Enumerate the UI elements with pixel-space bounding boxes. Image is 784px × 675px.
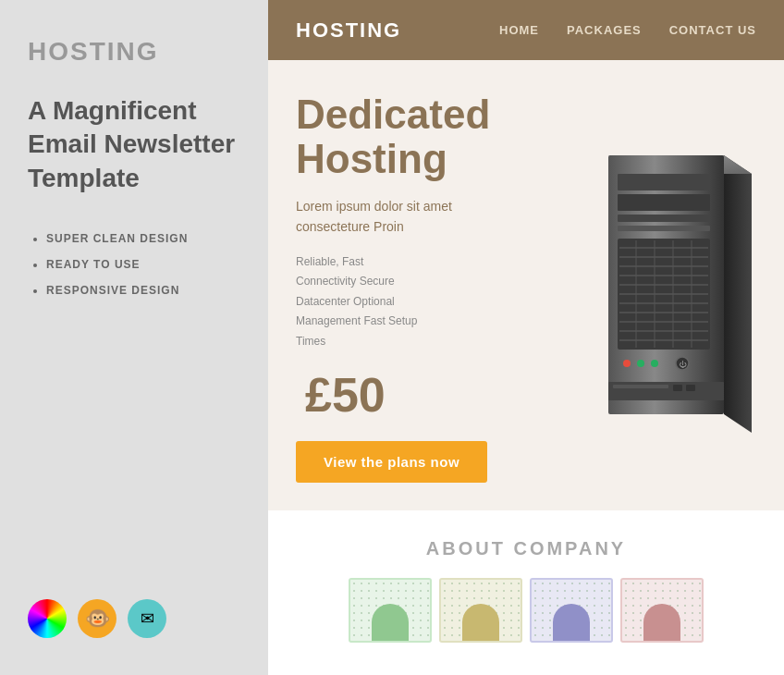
about-title: ABOUT COMPANY [296, 538, 756, 559]
navbar: HOSTING HOME PACKAGES CONTACT US [268, 0, 784, 60]
hero-heading-line1: Dedicated [296, 92, 490, 137]
sidebar-subtitle: A Magnificent Email Newsletter Template [28, 94, 240, 195]
about-card-3 [530, 578, 613, 643]
svg-text:⏻: ⏻ [679, 361, 687, 369]
hero-image: ⏻ [562, 60, 784, 510]
sidebar: HOSTING A Magnificent Email Newsletter T… [0, 0, 268, 675]
hero-price: £50 [305, 367, 386, 423]
icon-row: 🐵 ✉ [28, 599, 240, 638]
sidebar-title: HOSTING [28, 37, 240, 67]
feature-list: SUPER CLEAN DESIGN READY TO USE RESPONSI… [28, 232, 240, 310]
nav-link-packages[interactable]: PACKAGES [567, 23, 642, 37]
nav-links: HOME PACKAGES CONTACT US [499, 23, 756, 37]
mailchimp-icon: 🐵 [78, 599, 116, 638]
hero-heading: Dedicated Hosting [296, 92, 534, 182]
svg-marker-0 [724, 155, 752, 433]
hero-content: Dedicated Hosting Lorem ipsum dolor sit … [268, 60, 562, 510]
about-card-1 [349, 578, 432, 643]
about-card-4 [620, 578, 704, 643]
svg-point-23 [623, 360, 631, 367]
svg-rect-5 [618, 215, 710, 222]
hero-features: Reliable, Fast Connectivity Secure Datac… [296, 252, 534, 352]
email-icon: ✉ [128, 599, 166, 638]
svg-point-24 [637, 360, 644, 367]
hero-description: Lorem ipsum dolor sit amet consecteture … [296, 196, 534, 238]
colorwheel-icon [28, 599, 67, 638]
main-content: HOSTING HOME PACKAGES CONTACT US Dedicat… [268, 0, 784, 675]
price-row: £50 [296, 367, 534, 423]
about-card-2 [439, 578, 522, 643]
cta-button[interactable]: View the plans now [296, 441, 487, 483]
feature-item-2: READY TO USE [46, 258, 240, 271]
svg-rect-30 [673, 385, 682, 391]
svg-rect-29 [613, 385, 668, 388]
svg-point-25 [651, 360, 658, 367]
nav-link-home[interactable]: HOME [499, 23, 539, 37]
nav-link-contact[interactable]: CONTACT US [669, 23, 756, 37]
about-grid [296, 578, 756, 643]
feature-item-1: SUPER CLEAN DESIGN [46, 232, 240, 245]
svg-rect-4 [618, 194, 710, 211]
hero-section: Dedicated Hosting Lorem ipsum dolor sit … [268, 60, 784, 510]
svg-rect-3 [618, 174, 710, 190]
hero-desc-line1: Lorem ipsum dolor sit amet [296, 199, 452, 214]
nav-brand: HOSTING [296, 18, 499, 43]
hero-heading-line2: Hosting [296, 136, 447, 181]
server-svg: ⏻ [581, 128, 766, 442]
about-section: ABOUT COMPANY [268, 510, 784, 675]
svg-rect-31 [686, 385, 695, 391]
feature-item-3: RESPONSIVE DESIGN [46, 284, 240, 297]
hero-desc-line2: consecteture Proin [296, 219, 404, 234]
svg-rect-6 [618, 226, 710, 231]
